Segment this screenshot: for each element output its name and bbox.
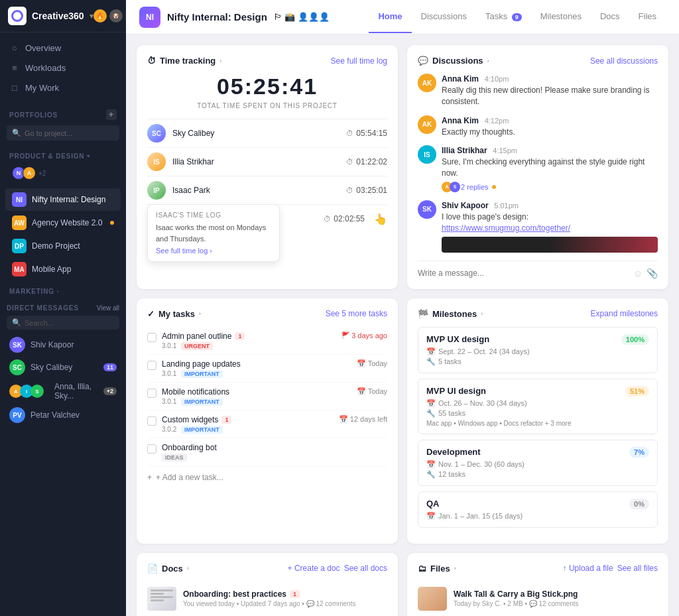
docs-card-title[interactable]: 📄 Docs ›: [147, 564, 189, 574]
see-all-files[interactable]: See all files: [617, 564, 658, 573]
disc-msg-0: AK Anna Kim 4:10pm Really dig this new d…: [418, 74, 658, 107]
attachment-icon[interactable]: 📎: [647, 268, 658, 278]
search-icon: 🔍: [12, 129, 21, 137]
tab-docs[interactable]: Docs: [591, 1, 629, 33]
milestone-date: 📅 Oct. 26 – Nov. 30 (34 days): [426, 399, 649, 408]
sidebar-item-overview[interactable]: ○ Overview: [0, 38, 126, 58]
see-full-time-log[interactable]: See full time log: [331, 56, 387, 66]
app-logo[interactable]: Creative360 ▾: [8, 7, 93, 25]
disc-card-title[interactable]: 💬 Discussions ›: [418, 56, 489, 66]
tasks-card: ✓ My tasks › See 5 more tasks Admin pane…: [137, 298, 398, 544]
milestone-tasks: 🔧 12 tasks: [426, 470, 649, 479]
disc-icon: 💬: [418, 56, 428, 66]
expand-chevron: ›: [219, 58, 221, 64]
tab-home[interactable]: Home: [369, 1, 411, 33]
tab-milestones[interactable]: Milestones: [531, 1, 591, 33]
milestone-tasks: 🔧 55 tasks: [426, 409, 649, 418]
task-checkbox[interactable]: [147, 333, 156, 342]
time-row-illia: IS Illia Strikhar ⏱ 01:22:02: [147, 147, 387, 176]
milestone-pct: 0%: [629, 499, 649, 509]
add-portfolio-button[interactable]: +: [106, 109, 117, 120]
create-doc-link[interactable]: + Create a doc: [288, 564, 340, 573]
sidebar-item-mywork[interactable]: □ My Work: [0, 78, 126, 97]
project-item-mobile[interactable]: MA Mobile App: [5, 258, 121, 280]
disc-card-header: 💬 Discussions › See all discussions: [418, 56, 658, 66]
disc-link[interactable]: https://www.smugmug.com/together/: [442, 223, 570, 233]
tasks-card-title[interactable]: ✓ My tasks ›: [147, 309, 201, 319]
time-avatar: IP: [147, 181, 166, 200]
upload-file-link[interactable]: ↑ Upload a file: [563, 564, 613, 573]
unread-dot: [110, 221, 114, 225]
milestone-date: 📅 Jan. 1 – Jan. 15 (15 days): [426, 512, 649, 521]
emoji-icon[interactable]: ☺: [633, 268, 643, 278]
milestone-item-0: MVP UX design 100% 📅 Sept. 22 – Oct. 24 …: [418, 327, 658, 373]
file-thumb: [418, 587, 447, 611]
sidebar-header: Creative360 ▾ 🔥 🐶 K: [0, 0, 126, 32]
sidebar-item-workloads[interactable]: ≡ Workloads: [0, 58, 126, 78]
sidebar: Creative360 ▾ 🔥 🐶 K ○ Overview ≡ Workloa…: [0, 0, 126, 616]
milestones-card: 🏁 Milestones › Expand milestones MVP UX …: [407, 298, 668, 544]
marketing-label[interactable]: MARKETING ›: [7, 284, 119, 298]
project-title: Nifty Internal: Design: [167, 11, 267, 23]
tooltip-link[interactable]: See full time log ›: [156, 247, 271, 255]
task-checkbox[interactable]: [147, 416, 156, 426]
project-item-nifty[interactable]: NI Nifty Internal: Design: [5, 188, 121, 211]
see-all-discussions[interactable]: See all discussions: [590, 56, 658, 66]
task-checkbox[interactable]: [147, 389, 156, 398]
view-all-dm[interactable]: View all: [97, 304, 119, 312]
dm-item-group[interactable]: A I S Anna, Illia, Sky... +2: [7, 379, 119, 404]
add-task-button[interactable]: + + Add a new task...: [147, 466, 387, 485]
dm-item-shiv[interactable]: SK Shiv Kapoor: [7, 334, 119, 356]
arrow-icon: ›: [210, 247, 212, 255]
tab-tasks[interactable]: Tasks 9: [476, 1, 531, 33]
project-avatar: MA: [12, 262, 27, 277]
milestones-card-title[interactable]: 🏁 Milestones ›: [418, 309, 483, 319]
tasks-badge: 9: [512, 13, 522, 21]
see-all-docs[interactable]: See all docs: [344, 564, 387, 573]
section-label[interactable]: PRODUCT & DESIGN ▾: [7, 149, 119, 162]
total-time-label: TOTAL TIME SPENT ON THIS PROJECT: [147, 102, 387, 109]
message-input[interactable]: [418, 269, 628, 278]
reply-avatars: A S: [442, 182, 458, 192]
tasks-card-header: ✓ My tasks › See 5 more tasks: [147, 309, 387, 319]
project-search[interactable]: 🔍 Go to project...: [7, 125, 119, 141]
files-icon: 🗂: [418, 564, 426, 574]
check-icon: ✓: [147, 309, 154, 319]
overview-icon: ○: [9, 42, 20, 53]
milestone-tasks: 🔧 5 tasks: [426, 357, 649, 366]
discussions-card: 💬 Discussions › See all discussions AK A…: [407, 45, 668, 289]
message-icons: ☺ 📎: [633, 268, 658, 278]
docs-actions: + Create a doc See all docs: [288, 564, 387, 573]
dm-item-petar[interactable]: PV Petar Valchev: [7, 404, 119, 426]
main-nav: ○ Overview ≡ Workloads □ My Work: [0, 32, 126, 103]
expand-milestones[interactable]: Expand milestones: [591, 309, 658, 318]
task-checkbox[interactable]: [147, 444, 156, 454]
tab-files[interactable]: Files: [629, 1, 666, 33]
task-checkbox[interactable]: [147, 361, 156, 370]
avatar: A: [23, 166, 36, 180]
files-card-title[interactable]: 🗂 Files ›: [418, 564, 456, 574]
total-time: 05:25:41: [147, 74, 387, 99]
search-icon: 🔍: [12, 318, 21, 327]
task-item-4: Onboarding bot IDEAS: [147, 438, 387, 466]
direct-messages-section: DIRECT MESSAGES View all 🔍 Search... SK …: [0, 299, 126, 429]
project-item-agency[interactable]: AW Agency Website 2.0: [5, 212, 121, 234]
milestone-pct: 7%: [629, 447, 649, 458]
docs-icon: 📄: [147, 564, 158, 574]
time-tooltip: ISAAC'S TIME LOG Isaac works the most on…: [147, 204, 280, 262]
time-card-title[interactable]: ⏱ Time tracking ›: [147, 56, 221, 66]
mywork-icon: □: [9, 82, 20, 93]
task-item-2: Mobile notifications 3.0.1 IMPORTANT 📅 T…: [147, 383, 387, 410]
tab-discussions[interactable]: Discussions: [412, 1, 476, 33]
reply-count[interactable]: 2 replies: [461, 183, 489, 191]
dm-search[interactable]: 🔍 Search...: [7, 316, 119, 330]
task-date: 📅 Today: [357, 359, 387, 368]
disc-avatar: SK: [418, 200, 436, 219]
header-avatar-dog: 🐶: [109, 9, 123, 23]
disc-msg-3: SK Shiv Kapoor 5:01pm I love this page's…: [418, 200, 658, 253]
project-item-demo[interactable]: DP Demo Project: [5, 235, 121, 257]
see-more-tasks[interactable]: See 5 more tasks: [326, 309, 387, 318]
milestone-item-2: Development 7% 📅 Nov. 1 – Dec. 30 (60 da…: [418, 440, 658, 486]
task-item-3: Custom widgets 1 3.0.2 IMPORTANT 📅 12 da…: [147, 410, 387, 438]
dm-item-sky[interactable]: SC Sky Calibey 11: [7, 356, 119, 379]
